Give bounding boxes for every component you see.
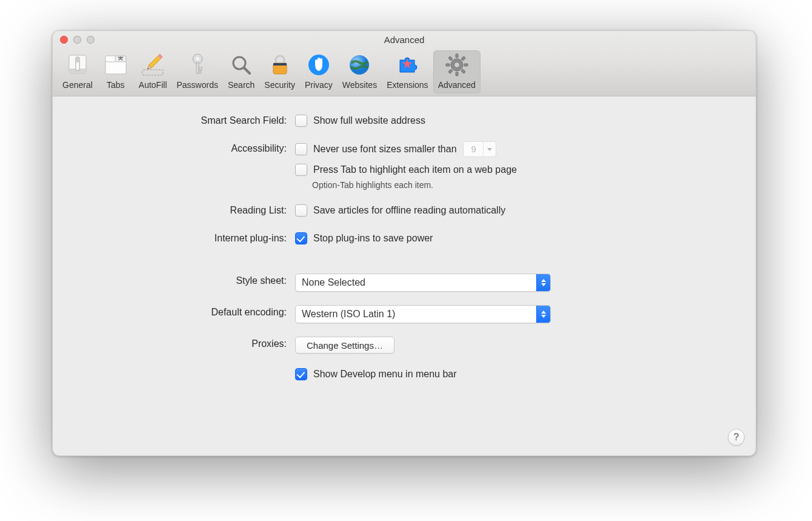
svg-rect-31 xyxy=(456,72,458,76)
svg-rect-33 xyxy=(464,64,468,66)
tab-label: Privacy xyxy=(305,80,333,90)
min-font-size-checkbox[interactable]: Never use font sizes smaller than xyxy=(295,142,457,156)
svg-point-18 xyxy=(196,57,199,61)
tab-highlight-checkbox[interactable]: Press Tab to highlight each item on a we… xyxy=(295,163,517,177)
tab-label: AutoFill xyxy=(139,80,167,90)
tab-general[interactable]: General xyxy=(58,50,98,93)
svg-point-38 xyxy=(454,62,459,68)
svg-rect-5 xyxy=(105,56,116,62)
min-font-size-select[interactable]: 9 xyxy=(463,141,496,157)
tab-label: Websites xyxy=(342,80,377,90)
checkbox-icon xyxy=(295,368,307,380)
close-window-button[interactable] xyxy=(60,36,68,44)
tab-autofill[interactable]: AutoFill xyxy=(134,50,172,93)
tab-security[interactable]: Security xyxy=(259,50,300,93)
updown-arrows-icon xyxy=(536,274,550,291)
style-sheet-label: Style sheet: xyxy=(53,274,295,288)
svg-rect-30 xyxy=(456,54,458,58)
tab-label: Security xyxy=(264,80,295,90)
window-controls xyxy=(60,36,95,44)
svg-rect-4 xyxy=(105,61,126,74)
svg-rect-20 xyxy=(199,67,202,70)
tab-label: General xyxy=(62,80,93,90)
default-encoding-label: Default encoding: xyxy=(53,305,295,320)
key-icon xyxy=(184,52,211,78)
checkbox-icon xyxy=(295,204,307,217)
show-full-address-checkbox[interactable]: Show full website address xyxy=(295,113,425,128)
style-sheet-select[interactable]: None Selected xyxy=(295,274,551,292)
advanced-pane: Smart Search Field: Show full website ad… xyxy=(53,96,756,455)
tab-tabs[interactable]: Tabs xyxy=(98,50,134,93)
svg-rect-32 xyxy=(446,64,450,66)
internet-plugins-label: Internet plug-ins: xyxy=(53,231,295,246)
pencil-form-icon xyxy=(139,52,166,78)
tab-extensions[interactable]: Extensions xyxy=(382,50,433,93)
tab-label: Tabs xyxy=(107,80,125,90)
checkbox-label: Never use font sizes smaller than xyxy=(313,142,457,156)
tab-advanced[interactable]: Advanced xyxy=(433,50,481,93)
zoom-window-button[interactable] xyxy=(87,36,95,44)
select-value: Western (ISO Latin 1) xyxy=(296,309,536,320)
switch-icon xyxy=(64,52,91,78)
checkbox-icon xyxy=(295,232,307,244)
svg-point-27 xyxy=(350,55,369,75)
tab-label: Passwords xyxy=(177,80,218,90)
svg-rect-37 xyxy=(461,69,465,73)
svg-rect-35 xyxy=(448,69,453,73)
hand-stop-icon xyxy=(305,52,332,78)
default-encoding-select[interactable]: Western (ISO Latin 1) xyxy=(295,305,551,323)
puzzle-piece-icon xyxy=(394,52,421,78)
proxies-label: Proxies: xyxy=(53,337,295,351)
padlock-icon xyxy=(267,52,293,78)
svg-rect-19 xyxy=(196,62,199,73)
accessibility-label: Accessibility: xyxy=(53,141,295,156)
stop-plugins-checkbox[interactable]: Stop plug-ins to save power xyxy=(295,231,433,246)
change-proxy-settings-button[interactable]: Change Settings… xyxy=(295,337,394,354)
svg-rect-34 xyxy=(461,56,465,61)
search-icon xyxy=(228,52,255,78)
tab-label: Extensions xyxy=(387,80,428,90)
tab-websites[interactable]: Websites xyxy=(338,50,382,93)
updown-arrows-icon xyxy=(536,306,550,323)
reading-list-label: Reading List: xyxy=(53,203,295,218)
checkbox-icon xyxy=(295,143,307,155)
checkbox-label: Press Tab to highlight each item on a we… xyxy=(313,163,517,177)
svg-rect-25 xyxy=(273,63,287,66)
checkbox-label: Show Develop menu in menu bar xyxy=(313,367,457,382)
window-title: Advanced xyxy=(53,31,756,49)
tab-privacy[interactable]: Privacy xyxy=(300,50,338,93)
checkbox-label: Stop plug-ins to save power xyxy=(313,231,433,246)
help-button[interactable]: ? xyxy=(728,429,745,446)
min-font-size-value: 9 xyxy=(464,142,483,156)
minimize-window-button[interactable] xyxy=(73,36,81,44)
gear-icon xyxy=(444,52,470,78)
tab-search[interactable]: Search xyxy=(223,50,259,93)
chevron-down-icon xyxy=(483,142,496,156)
tabs-icon xyxy=(102,52,129,78)
save-offline-checkbox[interactable]: Save articles for offline reading automa… xyxy=(295,203,505,218)
svg-line-23 xyxy=(244,68,250,73)
svg-rect-3 xyxy=(76,58,79,62)
tab-label: Advanced xyxy=(438,80,476,90)
preferences-toolbar: General xyxy=(53,49,756,96)
titlebar: Advanced General xyxy=(53,31,756,96)
svg-rect-36 xyxy=(448,56,453,61)
show-develop-menu-checkbox[interactable]: Show Develop menu in menu bar xyxy=(295,367,457,382)
globe-icon xyxy=(346,52,373,78)
smart-search-label: Smart Search Field: xyxy=(53,113,295,128)
select-value: None Selected xyxy=(296,277,536,288)
tab-label: Search xyxy=(228,80,255,90)
checkbox-label: Show full website address xyxy=(313,113,425,128)
checkbox-icon xyxy=(295,164,307,176)
accessibility-hint: Option-Tab highlights each item. xyxy=(312,180,433,190)
checkbox-icon xyxy=(295,115,307,127)
checkbox-label: Save articles for offline reading automa… xyxy=(313,203,505,218)
svg-rect-12 xyxy=(142,70,163,75)
svg-rect-21 xyxy=(199,71,201,73)
preferences-window: Advanced General xyxy=(52,30,756,456)
tab-passwords[interactable]: Passwords xyxy=(172,50,223,93)
